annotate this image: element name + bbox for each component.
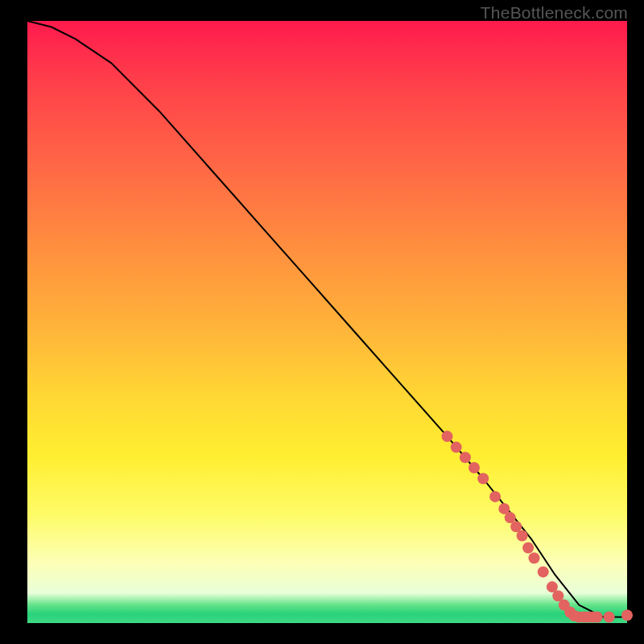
- marker-dot: [442, 431, 453, 442]
- marker-dot: [489, 491, 501, 502]
- watermark-text: TheBottleneck.com: [481, 3, 628, 23]
- marker-dot: [469, 462, 480, 473]
- marker-dot: [460, 452, 471, 463]
- chart-svg: [27, 21, 627, 623]
- plot-area: [27, 21, 627, 623]
- marker-dot: [451, 442, 462, 453]
- marker-dot: [529, 552, 540, 564]
- marker-dot: [522, 543, 534, 554]
- marker-dot: [538, 566, 549, 577]
- markers: [442, 431, 634, 622]
- marker-dot: [477, 473, 489, 485]
- marker-dot: [621, 609, 633, 621]
- marker-dot: [517, 530, 528, 542]
- marker-dot: [592, 612, 603, 623]
- bottleneck-curve: [27, 21, 627, 617]
- chart-frame: TheBottleneck.com: [0, 0, 644, 644]
- marker-dot: [604, 612, 615, 623]
